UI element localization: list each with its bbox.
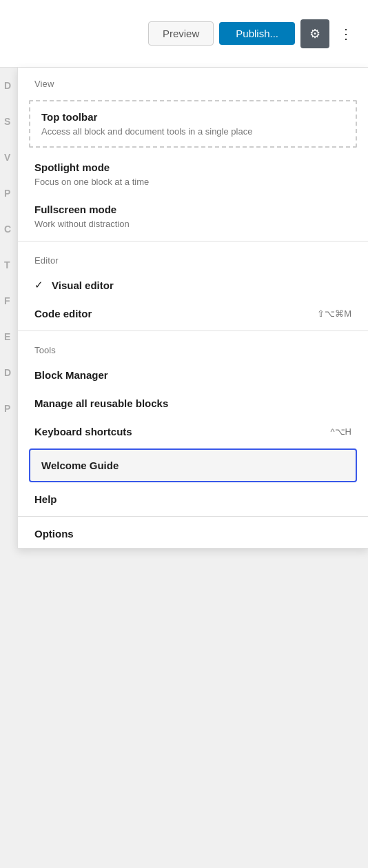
options-label: Options	[34, 526, 351, 541]
keyboard-shortcuts-label: Keyboard shortcuts	[34, 424, 325, 439]
block-manager-item[interactable]: Block Manager	[18, 361, 368, 389]
options-content: Options	[34, 526, 351, 541]
more-icon: ⋮	[339, 26, 354, 42]
top-toolbar-desc: Access all block and document tools in a…	[41, 126, 345, 138]
fullscreen-mode-item[interactable]: Fullscreen mode Work without distraction	[18, 195, 368, 237]
preview-button[interactable]: Preview	[148, 21, 214, 46]
keyboard-shortcuts-item[interactable]: Keyboard shortcuts ^⌥H	[18, 417, 368, 446]
code-editor-item[interactable]: Code editor ⇧⌥⌘M	[18, 299, 368, 328]
publish-button[interactable]: Publish...	[219, 22, 295, 45]
options-item[interactable]: Options	[18, 520, 368, 548]
help-label: Help	[34, 492, 351, 506]
help-item[interactable]: Help	[18, 485, 368, 513]
code-editor-content: Code editor	[34, 306, 311, 321]
spotlight-content: Spotlight mode Focus on one block at a t…	[34, 160, 351, 188]
block-manager-content: Block Manager	[34, 368, 351, 382]
welcome-guide-item[interactable]: Welcome Guide	[29, 448, 357, 482]
divider-editor-tools	[18, 331, 368, 331]
code-editor-label: Code editor	[34, 306, 311, 321]
divider-view-editor	[18, 241, 368, 241]
top-toolbar-content: Top toolbar Access all block and documen…	[41, 110, 345, 138]
code-editor-shortcut: ⇧⌥⌘M	[317, 308, 351, 319]
visual-editor-item[interactable]: ✓ Visual editor	[18, 271, 368, 299]
spotlight-desc: Focus on one block at a time	[34, 176, 351, 188]
reusable-blocks-item[interactable]: Manage all reusable blocks	[18, 389, 368, 417]
editor-section-label: Editor	[18, 244, 368, 271]
visual-editor-check: ✓	[34, 279, 43, 291]
top-toolbar: Preview Publish... ⚙ ⋮	[0, 0, 368, 68]
dropdown-menu: View Top toolbar Access all block and do…	[17, 68, 368, 549]
settings-icon: ⚙	[309, 26, 320, 41]
help-content: Help	[34, 492, 351, 506]
more-button[interactable]: ⋮	[335, 19, 357, 48]
fullscreen-desc: Work without distraction	[34, 218, 351, 230]
fullscreen-title: Fullscreen mode	[34, 202, 351, 217]
tools-section-label: Tools	[18, 334, 368, 361]
keyboard-shortcuts-content: Keyboard shortcuts	[34, 424, 325, 439]
block-manager-label: Block Manager	[34, 368, 351, 382]
keyboard-shortcuts-shortcut: ^⌥H	[331, 426, 352, 437]
reusable-blocks-label: Manage all reusable blocks	[34, 396, 351, 411]
visual-editor-label: Visual editor	[52, 278, 114, 293]
view-section-label: View	[18, 68, 368, 95]
settings-button[interactable]: ⚙	[300, 19, 329, 48]
fullscreen-content: Fullscreen mode Work without distraction	[34, 202, 351, 230]
top-toolbar-title: Top toolbar	[41, 110, 345, 124]
spotlight-title: Spotlight mode	[34, 160, 351, 175]
welcome-guide-label: Welcome Guide	[41, 460, 119, 471]
divider-tools-options	[18, 516, 368, 517]
top-toolbar-item[interactable]: Top toolbar Access all block and documen…	[29, 100, 357, 148]
reusable-blocks-content: Manage all reusable blocks	[34, 396, 351, 411]
spotlight-mode-item[interactable]: Spotlight mode Focus on one block at a t…	[18, 153, 368, 195]
